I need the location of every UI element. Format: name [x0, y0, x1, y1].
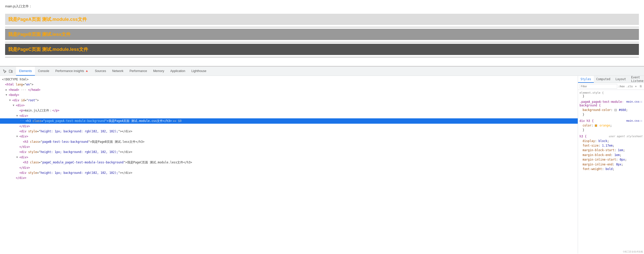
- page-c-section: 我是PageC页面 测试.module.less文件: [5, 44, 639, 55]
- divider-c: [5, 57, 639, 57]
- styles-tabs: Styles Computed Layout Event Listeners: [578, 76, 644, 83]
- style-block-divh3: div h3 { main.css:: color: orange; }: [580, 119, 642, 133]
- html-line[interactable]: <html lang="en">: [0, 82, 578, 87]
- html-line[interactable]: ▼ <div>: [0, 103, 578, 108]
- html-line[interactable]: ▼ <div>: [0, 155, 578, 160]
- styles-tab-styles[interactable]: Styles: [578, 76, 594, 83]
- tab-performance[interactable]: Performance: [126, 67, 150, 76]
- svg-rect-0: [9, 70, 11, 73]
- style-rule-close: }: [580, 128, 642, 132]
- page-c-heading: 我是PageC页面 测试.module.less文件: [5, 44, 639, 55]
- html-line[interactable]: <h3 class="pageC_module_pageC-test-modul…: [0, 160, 578, 165]
- svg-rect-1: [11, 70, 12, 73]
- html-line[interactable]: </div>: [0, 144, 578, 149]
- element-style-label: element.style {: [580, 91, 642, 94]
- divider-a: [5, 27, 639, 27]
- styles-content: element.style { } .pageA_pageA-test-modu…: [578, 90, 644, 253]
- style-rule-close: }: [580, 112, 642, 117]
- color-swatch-orange: [595, 124, 597, 127]
- style-rule: display: block;: [580, 139, 642, 143]
- style-block-header: .pageA_pageA-test-module-background { ma…: [580, 100, 642, 107]
- style-block-pagea: .pageA_pageA-test-module-background { ma…: [580, 100, 642, 117]
- html-line[interactable]: <p>main.js入口文件：</p>: [0, 108, 578, 113]
- tab-application[interactable]: Application: [167, 67, 188, 76]
- html-line[interactable]: <div style="height: 1px; background: rgb…: [0, 149, 578, 154]
- tab-performance-insights[interactable]: Performance insights 🔺: [52, 67, 92, 76]
- toolbar-icons: [1, 69, 15, 74]
- html-line[interactable]: </div>: [0, 175, 578, 180]
- styles-filter-row: :hov .cls ＋ ⎘ ↺: [578, 83, 644, 90]
- copy-style-icon[interactable]: ⎘: [639, 84, 643, 88]
- html-line[interactable]: ▼ <div>: [0, 113, 578, 118]
- styles-filter-icons: ＋ ⎘ ↺: [634, 84, 644, 88]
- page-b-heading: 我是PageB页面 测试.less文件: [5, 29, 639, 40]
- elements-panel[interactable]: <!DOCTYPE html> <html lang="en"> ▶ <head…: [0, 76, 578, 253]
- style-rule: font-weight: bold;: [580, 167, 642, 171]
- html-line-selected[interactable]: ··· <h3 class="pageA_pageA-test-module-b…: [0, 118, 578, 123]
- html-line[interactable]: ▼ <div id="root">: [0, 98, 578, 103]
- styles-panel: Styles Computed Layout Event Listeners :…: [578, 76, 644, 253]
- page-a-heading: 我是PageA页面 测试.module.css文件: [5, 14, 639, 25]
- style-rule: margin-block-start: 1em;: [580, 148, 642, 152]
- styles-pseudo-label[interactable]: :hov .cls: [618, 85, 633, 88]
- styles-filter-input[interactable]: [580, 84, 617, 89]
- watermark: ©程工匠全技术技栈: [623, 250, 643, 253]
- page-a-section: 我是PageA页面 测试.module.css文件: [5, 14, 639, 25]
- styles-tab-layout[interactable]: Layout: [613, 76, 629, 83]
- html-line[interactable]: <div style="height: 1px; background: rgb…: [0, 170, 578, 175]
- html-line[interactable]: <h3 class="pageB-test-less-background">我…: [0, 139, 578, 144]
- devtools-main: <!DOCTYPE html> <html lang="en"> ▶ <head…: [0, 76, 644, 253]
- style-rule: margin-inline-start: 0px;: [580, 157, 642, 162]
- style-block-header: div h3 { main.css::: [580, 119, 642, 123]
- tab-memory[interactable]: Memory: [150, 67, 167, 76]
- tab-lighthouse[interactable]: Lighthouse: [188, 67, 209, 76]
- html-line[interactable]: </div>: [0, 124, 578, 129]
- tab-console[interactable]: Console: [35, 67, 52, 76]
- devtools-panel: Elements Console Performance insights 🔺 …: [0, 66, 644, 253]
- style-block-header-ua: h3 { user agent stylesheet: [580, 135, 642, 138]
- page-b-section: 我是PageB页面 测试.less文件: [5, 29, 639, 40]
- styles-tab-computed[interactable]: Computed: [594, 76, 613, 83]
- tab-network[interactable]: Network: [109, 67, 126, 76]
- html-line[interactable]: <!DOCTYPE html>: [0, 77, 578, 82]
- html-line[interactable]: ▼ <body>: [0, 92, 578, 97]
- style-rule: margin-block-end: 1em;: [580, 153, 642, 157]
- style-block-h3-ua: h3 { user agent stylesheet display: bloc…: [580, 135, 642, 172]
- html-line[interactable]: <div style="height: 1px; background: rgb…: [0, 129, 578, 134]
- add-style-icon[interactable]: ＋: [634, 84, 638, 88]
- tab-elements[interactable]: Elements: [16, 67, 35, 76]
- style-rule: color: orange;: [580, 123, 642, 128]
- style-rule: background-color: #ddd;: [580, 108, 642, 112]
- intro-text: main.js入口文件：: [5, 4, 639, 9]
- html-line[interactable]: ▼ <div>: [0, 134, 578, 139]
- main-content: main.js入口文件： 我是PageA页面 测试.module.css文件 我…: [0, 0, 644, 66]
- style-block-element: element.style { }: [580, 91, 642, 98]
- divider-b: [5, 42, 639, 42]
- tab-sources[interactable]: Sources: [92, 67, 109, 76]
- devtools-toolbar: Elements Console Performance insights 🔺 …: [0, 67, 644, 76]
- inspect-icon[interactable]: [3, 69, 7, 74]
- device-toggle-icon[interactable]: [9, 69, 13, 74]
- style-rule: font-size: 1.17em;: [580, 143, 642, 148]
- color-swatch-gray: [614, 109, 617, 111]
- devtools-tabs: Elements Console Performance insights 🔺 …: [16, 67, 209, 76]
- element-style-close: }: [580, 94, 642, 98]
- html-line[interactable]: </div>: [0, 165, 578, 170]
- style-rule: margin-inline-end: 0px;: [580, 162, 642, 167]
- html-line[interactable]: ▶ <head> ··· </head>: [0, 87, 578, 92]
- styles-tab-event-listeners[interactable]: Event Listeners: [628, 76, 644, 83]
